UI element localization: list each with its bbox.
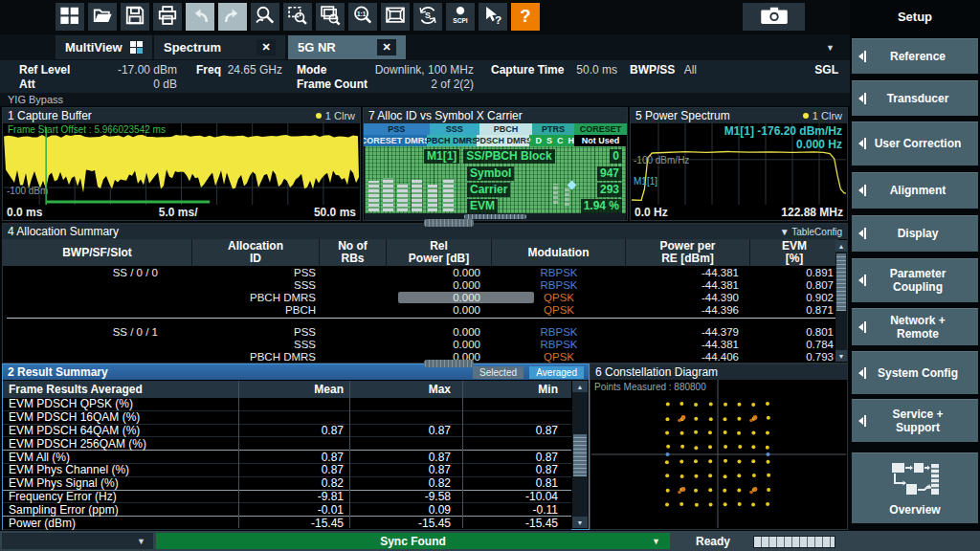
setting-bwp-ss[interactable]: BWP/SSAll	[630, 63, 697, 77]
marker-field-value: 293	[597, 183, 622, 197]
chevron-down-icon[interactable]: ▼	[652, 537, 660, 546]
table-row[interactable]: EVM PDSCH 256QAM (%)	[3, 437, 571, 451]
cell-rel-power: 0.000	[387, 326, 480, 339]
table-config-button[interactable]: ▼ TableConfig	[780, 227, 842, 237]
softkey-parameter-coupling[interactable]: Parameter Coupling	[852, 258, 978, 302]
allocation-block	[428, 185, 438, 211]
print-button[interactable]	[153, 3, 182, 31]
table-row[interactable]: EVM PDSCH 64QAM (%)0.870.870.87	[3, 425, 571, 438]
table-row[interactable]: PBCH0.000QPSK-44.3960.871	[3, 304, 839, 317]
cell-evm: 0.801	[750, 326, 834, 339]
status-message-dropdown[interactable]: ▼	[2, 533, 153, 549]
save-button[interactable]	[121, 3, 149, 31]
overview-button[interactable]: Overview	[852, 452, 978, 523]
screenshot-button[interactable]	[743, 3, 805, 31]
table-row[interactable]: PBCH DMRS0.000QPSK-44.3900.902	[3, 292, 839, 304]
scrollbar-thumb[interactable]	[573, 434, 587, 476]
softkey-display[interactable]: Display	[852, 215, 978, 252]
constellation-titlebar[interactable]: 6 Constellation Diagram	[590, 364, 847, 380]
power-x-axis: 0.0 Hz 122.88 MHz	[631, 205, 847, 220]
marker-name[interactable]: M1[1]	[424, 149, 459, 164]
table-row[interactable]: PBCH DMRS0.000QPSK-44.4060.793	[3, 351, 839, 363]
softkey-reference[interactable]: Reference	[852, 38, 978, 74]
result-table-header: Frame Results Averaged Mean Max Min	[3, 381, 571, 398]
zoom-1to1-button[interactable]: 1:1	[348, 3, 377, 31]
alloc-id-titlebar[interactable]: 7 Alloc ID vs Symbol X Carrier	[364, 108, 627, 123]
col-header: BWP/SF/Slot	[3, 239, 192, 266]
result-summary-titlebar[interactable]: 2 Result Summary Selected Averaged	[3, 364, 589, 380]
softkey-user-correction[interactable]: User Correction	[852, 121, 978, 165]
table-row[interactable]: EVM Phys Channel (%)0.870.870.87	[3, 464, 571, 477]
softkey-service-support[interactable]: Service + Support	[852, 399, 978, 442]
scroll-up-icon[interactable]: ▲	[572, 381, 588, 392]
table-row[interactable]: SSS0.000RBPSK-44.3810.784	[3, 339, 839, 351]
cell-result-label: Sampling Error (ppm)	[3, 503, 238, 517]
result-vertical-scrollbar[interactable]: ▲ ▼	[572, 381, 588, 528]
tab-overflow-icon[interactable]: ▼	[826, 43, 835, 53]
open-folder-icon	[92, 5, 113, 30]
tab-5g-nr[interactable]: 5G NR ✕	[288, 35, 406, 59]
table-row[interactable]: Sampling Error (ppm)-0.010.09-0.11	[3, 503, 571, 517]
setting-mode[interactable]: ModeDownlink, 100 MHz	[297, 63, 474, 77]
setting-att[interactable]: Att0 dB	[19, 77, 177, 91]
constellation-plot	[591, 380, 846, 528]
table-row[interactable]: Frequency Error (Hz)-9.81-9.58-10.04	[3, 491, 571, 504]
averaged-button[interactable]: Averaged	[529, 366, 584, 379]
zoom-trace-button[interactable]	[251, 3, 279, 31]
table-row[interactable]: EVM Phys Signal (%)0.820.820.81	[3, 477, 571, 491]
setting-ref-level[interactable]: Ref Level-17.00 dBm	[19, 63, 177, 77]
scrollbar-thumb[interactable]	[464, 214, 527, 219]
softkey-alignment[interactable]: Alignment	[852, 172, 978, 209]
capture-buffer-titlebar[interactable]: 1 Capture Buffer 1 Clrw	[3, 108, 360, 123]
help-button[interactable]: ?	[511, 3, 540, 31]
scroll-down-icon[interactable]: ▼	[835, 350, 847, 362]
scrollbar-thumb[interactable]	[836, 253, 846, 311]
setting-freq[interactable]: Freq24.65 GHz	[196, 63, 282, 77]
cell-max: -15.45	[344, 517, 451, 530]
setting-frame-count[interactable]: Frame Count2 of 2(2)	[297, 77, 474, 91]
softkey-transducer[interactable]: Transducer	[852, 80, 978, 116]
sweep-restart-button[interactable]: S	[413, 3, 442, 31]
multi-window-zoom-button[interactable]	[316, 3, 345, 31]
scpi-button[interactable]: SCPI	[446, 3, 475, 31]
zoom-selection-button[interactable]	[283, 3, 312, 31]
softkey-system-config[interactable]: System Config	[852, 351, 978, 394]
windows-button[interactable]	[56, 3, 84, 31]
tab-spectrum[interactable]: Spectrum ✕	[154, 35, 285, 59]
allocation-table-body: SS / 0 / 0PSS0.000RBPSK-44.3810.891SSS0.…	[3, 266, 839, 363]
cursor-help-button[interactable]: ?	[479, 3, 507, 31]
marker-field-value: 947	[597, 166, 622, 181]
table-row[interactable]: EVM PDSCH QPSK (%)	[3, 398, 571, 411]
table-row[interactable]: SSS0.000RBPSK-44.3810.807	[3, 279, 839, 292]
table-row[interactable]: SS / 0 / 1PSS0.000RBPSK-44.3790.801	[3, 326, 839, 339]
table-row[interactable]: Power (dBm)-15.45-15.45-15.45	[3, 517, 571, 530]
power-spectrum-titlebar[interactable]: 5 Power Spectrum 1 Clrw	[631, 108, 847, 123]
col-header: Modulation	[492, 239, 626, 266]
marker-readout-freq: 0.000 Hz	[796, 138, 842, 151]
table-row[interactable]: EVM All (%)0.870.870.87	[3, 451, 571, 464]
table-row[interactable]: EVM PDSCH 16QAM (%)	[3, 411, 571, 425]
scroll-up-icon[interactable]: ▲	[835, 240, 847, 252]
alloc-vertical-scrollbar[interactable]: ▲ ▼	[835, 240, 847, 362]
window-splitter-handle[interactable]	[424, 219, 474, 227]
capture-buffer-plot: Frame Start Offset : 5.966023542 ms -100…	[4, 123, 359, 205]
display-frame-button[interactable]	[381, 3, 410, 31]
marker-m1-label[interactable]: M1[1]	[634, 176, 657, 187]
tab-label: 5G NR	[298, 40, 336, 55]
col-header: No ofRBs	[320, 239, 387, 266]
tab-multiview[interactable]: MultiView	[56, 35, 152, 59]
table-row[interactable]: SS / 0 / 0PSS0.000RBPSK-44.3810.891	[3, 267, 839, 279]
alloc-horizontal-scrollbar[interactable]	[365, 213, 626, 220]
marker-readout-level[interactable]: M1[1] -176.20 dBm/Hz	[724, 124, 842, 138]
single-sweep-indicator[interactable]: SGL	[814, 63, 838, 77]
setting-value: -17.00 dBm	[118, 63, 177, 77]
softkey-network-remote[interactable]: Network + Remote	[852, 308, 978, 345]
setting-capture-time[interactable]: Capture Time50.0 ms	[491, 63, 617, 77]
open-folder-button[interactable]	[88, 3, 117, 31]
close-tab-icon[interactable]: ✕	[377, 39, 396, 55]
setting-value: 2 of 2(2)	[431, 77, 474, 91]
window-splitter-handle[interactable]	[424, 360, 474, 367]
scroll-down-icon[interactable]: ▼	[572, 517, 588, 528]
close-tab-icon[interactable]: ✕	[256, 39, 276, 55]
selected-button[interactable]: Selected	[473, 366, 523, 379]
